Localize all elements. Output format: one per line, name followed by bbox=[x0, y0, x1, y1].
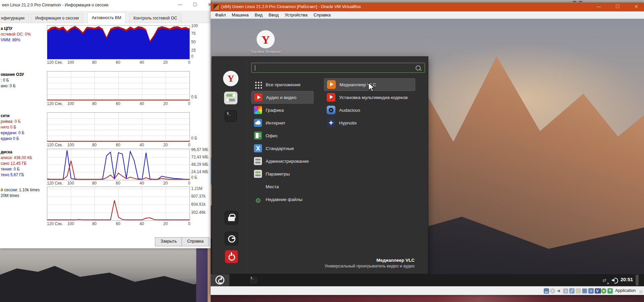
ic-play-red bbox=[254, 93, 262, 101]
vm-menu-0[interactable]: Файл bbox=[212, 12, 229, 17]
chart-cpu bbox=[47, 25, 190, 59]
session-info-window: een Linux 21.2.0 Pro Cinnamon - Информац… bbox=[0, 0, 211, 248]
ic-hypnotix bbox=[327, 118, 335, 127]
volume-icon[interactable] bbox=[611, 277, 619, 283]
ic-audacious bbox=[327, 106, 335, 114]
category-0[interactable]: Все приложения bbox=[251, 78, 314, 91]
host-wallpaper-purple-band bbox=[196, 248, 208, 302]
display-icon[interactable] bbox=[582, 288, 587, 294]
y-axis-ram: 0 Б bbox=[191, 71, 211, 100]
close-icon[interactable]: ✕ bbox=[202, 0, 211, 10]
auto-resize-icon[interactable] bbox=[607, 288, 613, 294]
mouse-integration-icon[interactable] bbox=[601, 288, 606, 294]
host-key-label: Application bbox=[615, 288, 636, 293]
session-tab-bar: нфигурацииИнформация о сессииАктивность … bbox=[0, 11, 211, 23]
shared-folders-icon[interactable] bbox=[576, 288, 581, 294]
ic-codecs bbox=[327, 93, 335, 102]
chart-disk bbox=[47, 149, 190, 180]
usb-icon[interactable] bbox=[569, 288, 575, 294]
app-3[interactable]: Hypnotix bbox=[324, 116, 415, 129]
x-axis-ram: 120 Сек.100806040200 bbox=[47, 101, 189, 106]
menu-search-input[interactable] bbox=[251, 63, 425, 73]
vm-window: (x64) Green Linux 21.2.0 Pro Cinnamon [Р… bbox=[211, 3, 644, 295]
selected-app-name: Медиаплеер VLC bbox=[325, 258, 415, 263]
maximize-icon[interactable]: ☐ bbox=[612, 3, 623, 11]
close-icon[interactable]: ✕ bbox=[631, 3, 641, 11]
guest-desktop: Y Yandex Browser Y $_ Все приложенияАуди… bbox=[211, 19, 644, 286]
text-caret bbox=[255, 65, 255, 70]
section-label-vm-exits: й сессии: 1.10k times20M times bbox=[1, 187, 46, 199]
x-axis-network: 120 Сек.100806040200 bbox=[47, 142, 189, 148]
system-settings-icon[interactable] bbox=[224, 92, 237, 104]
virtualbox-icon bbox=[214, 4, 220, 10]
ic-settings bbox=[254, 170, 262, 178]
x-axis-vm-exits: 120 Сек.100806040200 bbox=[47, 221, 189, 226]
vm-menu-1[interactable]: Машина bbox=[229, 12, 252, 17]
maximize-icon[interactable]: ☐ bbox=[187, 0, 202, 10]
terminal-launcher-icon[interactable]: $_ bbox=[249, 276, 258, 285]
vm-menu-4[interactable]: Устройства bbox=[282, 12, 311, 17]
category-7[interactable]: Параметры bbox=[251, 167, 314, 180]
hdd-icon[interactable] bbox=[544, 288, 549, 294]
close-button[interactable]: Закрыть bbox=[155, 237, 182, 246]
menu-button[interactable] bbox=[211, 274, 229, 286]
vm-menu-2[interactable]: Вид bbox=[252, 12, 266, 17]
app-1[interactable]: Установка мультимедиа-кодеков bbox=[324, 91, 415, 104]
ic-grid bbox=[254, 81, 262, 89]
category-6[interactable]: Администрирование bbox=[251, 155, 314, 167]
help-button[interactable]: Справка bbox=[181, 237, 209, 246]
vm-window-title: (x64) Green Linux 21.2.0 Pro Cinnamon [Р… bbox=[221, 4, 361, 9]
files-icon[interactable] bbox=[224, 129, 238, 140]
logout-icon[interactable] bbox=[225, 232, 238, 245]
vm-features-icon[interactable]: V bbox=[595, 288, 600, 294]
clock[interactable]: 20:51 bbox=[621, 277, 635, 282]
category-5[interactable]: Стандартные bbox=[251, 142, 314, 155]
category-2[interactable]: Графика bbox=[251, 104, 314, 116]
vm-menu-5[interactable]: Справка bbox=[311, 12, 334, 17]
x-axis-disk: 120 Сек.100806040200 bbox=[47, 181, 189, 186]
audio-icon[interactable] bbox=[556, 288, 562, 294]
desktop-shortcut-yandex-browser[interactable]: Y Yandex Browser bbox=[245, 30, 286, 56]
ic-office bbox=[254, 132, 262, 140]
host-wallpaper-bottom-strip bbox=[211, 295, 644, 302]
category-1[interactable]: Аудио и видео bbox=[251, 91, 314, 104]
tab-configuration-0[interactable]: нфигурации bbox=[0, 13, 29, 23]
app-2[interactable]: Audacious bbox=[324, 104, 415, 116]
session-titlebar[interactable]: een Linux 21.2.0 Pro Cinnamon - Информац… bbox=[0, 0, 211, 11]
tab-tab-3[interactable]: Контроль гостевой ОС bbox=[129, 13, 181, 23]
ic-accessories bbox=[254, 144, 262, 152]
chart-vm-exits bbox=[47, 187, 190, 221]
network-adapter-icon[interactable] bbox=[563, 288, 568, 294]
y-axis-disk: 96,57 МБ72,43 МБ48,29 МБ24,14 МБ0 Б bbox=[191, 149, 211, 180]
optical-disk-icon[interactable] bbox=[550, 288, 555, 294]
y-axis-vm-exits: 1.21M907.37k604.91k302.46k bbox=[191, 187, 211, 220]
host-wallpaper-warm-strip bbox=[208, 248, 211, 302]
recording-icon[interactable] bbox=[588, 288, 594, 294]
search-icon bbox=[416, 65, 421, 70]
tab-tab-1[interactable]: Информация о сессии bbox=[31, 13, 83, 23]
tab-vm-activity-2[interactable]: Активность ВМ bbox=[88, 12, 126, 23]
resize-grip[interactable] bbox=[639, 290, 643, 294]
yandex-browser-icon[interactable]: Y bbox=[223, 71, 238, 86]
session-window-title: een Linux 21.2.0 Pro Cinnamon - Информац… bbox=[2, 3, 108, 7]
show-desktop-button[interactable] bbox=[636, 275, 639, 286]
menu-footer: Медиаплеер VLC Универсальный проигрывате… bbox=[325, 258, 415, 268]
ic-admin bbox=[254, 157, 262, 165]
session-footer: ЗакрытьСправка bbox=[0, 234, 211, 248]
minimize-icon[interactable]: — bbox=[173, 0, 187, 10]
vm-titlebar[interactable]: (x64) Green Linux 21.2.0 Pro Cinnamon [Р… bbox=[211, 3, 644, 11]
shutdown-icon[interactable] bbox=[225, 250, 238, 263]
minimize-icon[interactable]: — bbox=[594, 3, 604, 11]
terminal-icon[interactable]: $_ bbox=[225, 110, 237, 122]
vm-menu-3[interactable]: Ввод bbox=[266, 12, 282, 17]
distro-logo-icon bbox=[215, 275, 224, 285]
category-8[interactable]: Места bbox=[251, 180, 314, 193]
lock-screen-icon[interactable] bbox=[225, 211, 238, 224]
network-status-icon[interactable]: ⇄✕ bbox=[602, 277, 610, 284]
files-launcher-icon[interactable] bbox=[235, 276, 246, 285]
category-3[interactable]: Интернет bbox=[251, 116, 314, 129]
category-4[interactable]: Офис bbox=[251, 129, 314, 142]
category-9[interactable]: Недавние файлы bbox=[251, 193, 314, 206]
x-axis-cpu: 120 Сек.100806040200 bbox=[47, 60, 189, 65]
mouse-cursor bbox=[368, 83, 375, 93]
